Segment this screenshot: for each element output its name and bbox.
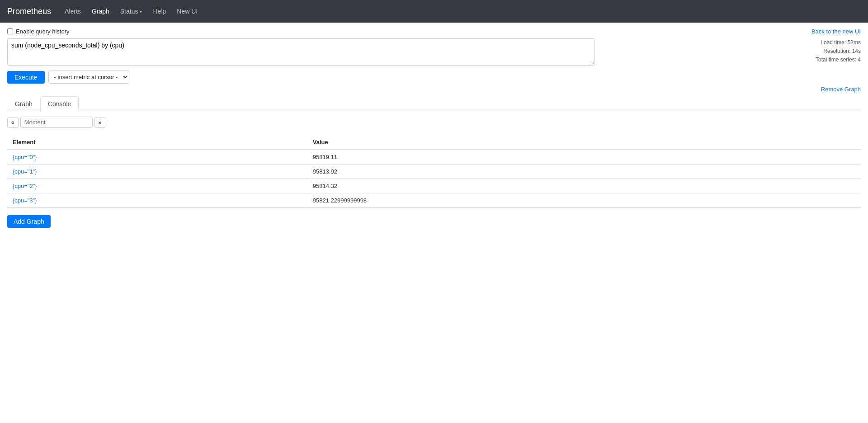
table-cell-value: 95819.11 xyxy=(307,150,861,164)
stat-resolution: Resolution: 14s xyxy=(816,47,861,56)
col-element: Element xyxy=(7,135,307,150)
nav-help[interactable]: Help xyxy=(148,5,170,18)
tabs: Graph Console xyxy=(7,96,861,111)
next-time-button[interactable]: » xyxy=(94,117,106,128)
remove-graph-row: Remove Graph xyxy=(7,85,861,93)
table-cell-element: {cpu="2"} xyxy=(7,179,307,193)
table-cell-element: {cpu="0"} xyxy=(7,150,307,164)
table-body: {cpu="0"}95819.11{cpu="1"}95813.92{cpu="… xyxy=(7,150,861,208)
execute-button[interactable]: Execute xyxy=(7,71,45,84)
moment-input[interactable] xyxy=(20,117,93,128)
nav-links: Alerts Graph Status ▾ Help New UI xyxy=(60,5,202,18)
back-to-new-ui-link[interactable]: Back to the new UI xyxy=(811,28,861,35)
nav-alerts[interactable]: Alerts xyxy=(60,5,85,18)
stat-total-series: Total time series: 4 xyxy=(816,56,861,64)
table-cell-element: {cpu="1"} xyxy=(7,164,307,179)
nav-status[interactable]: Status ▾ xyxy=(116,5,147,18)
table-cell-value: 95821.22999999998 xyxy=(307,193,861,208)
main-content: Enable query history Back to the new UI … xyxy=(0,23,868,233)
table-cell-element: {cpu="3"} xyxy=(7,193,307,208)
table-cell-value: 95814.32 xyxy=(307,179,861,193)
remove-graph-link[interactable]: Remove Graph xyxy=(821,86,861,93)
table-row: {cpu="3"}95821.22999999998 xyxy=(7,193,861,208)
nav-graph[interactable]: Graph xyxy=(87,5,114,18)
table-row: {cpu="1"}95813.92 xyxy=(7,164,861,179)
enable-history-label[interactable]: Enable query history xyxy=(7,28,70,35)
stats-panel: Load time: 53ms Resolution: 14s Total ti… xyxy=(816,38,861,65)
tab-console[interactable]: Console xyxy=(40,96,79,111)
nav-new-ui[interactable]: New UI xyxy=(172,5,202,18)
dropdown-caret-icon: ▾ xyxy=(140,9,142,14)
table-cell-value: 95813.92 xyxy=(307,164,861,179)
query-textarea[interactable]: sum (node_cpu_seconds_total) by (cpu) xyxy=(7,38,595,66)
table-header: Element Value xyxy=(7,135,861,150)
navbar-brand[interactable]: Prometheus xyxy=(7,7,51,16)
execute-row: Execute - insert metric at cursor - xyxy=(7,70,861,84)
table-row: {cpu="2"}95814.32 xyxy=(7,179,861,193)
table-row: {cpu="0"}95819.11 xyxy=(7,150,861,164)
top-bar: Enable query history Back to the new UI xyxy=(7,28,861,35)
prev-time-button[interactable]: « xyxy=(7,117,19,128)
nav-status-label: Status xyxy=(120,8,138,15)
console-controls: « » xyxy=(7,117,861,128)
insert-metric-select[interactable]: - insert metric at cursor - xyxy=(48,70,129,84)
add-graph-button[interactable]: Add Graph xyxy=(7,215,51,228)
tab-graph[interactable]: Graph xyxy=(7,96,40,111)
enable-history-checkbox[interactable] xyxy=(7,28,13,34)
stat-load-time: Load time: 53ms xyxy=(816,38,861,47)
col-value: Value xyxy=(307,135,861,150)
results-table: Element Value {cpu="0"}95819.11{cpu="1"}… xyxy=(7,135,861,208)
navbar: Prometheus Alerts Graph Status ▾ Help Ne… xyxy=(0,0,868,23)
